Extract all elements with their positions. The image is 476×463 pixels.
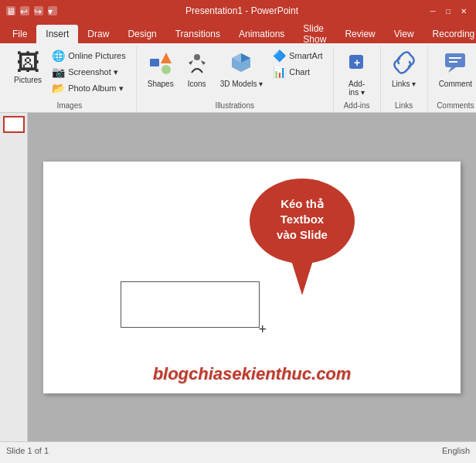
svg-text:Kéo thả: Kéo thả — [280, 197, 324, 210]
photo-album-label: Photo Album ▾ — [68, 83, 123, 94]
quick-access-toolbar[interactable]: 🖥 ↩ ↪ ▾ — [6, 6, 57, 15]
comment-icon — [444, 51, 467, 78]
app-body: Kéo thả Textbox vào Slide + blogchiaseki… — [0, 113, 476, 441]
ribbon-group-images: 🖼 Pictures 🌐 Online Pictures 📷 Screensho… — [3, 46, 137, 112]
tab-file[interactable]: File — [3, 25, 36, 43]
addins-icon: + — [345, 51, 369, 78]
chart-button[interactable]: 📊 Chart — [269, 64, 326, 80]
svg-text:+: + — [354, 56, 360, 69]
redo-icon[interactable]: ↪ — [34, 6, 43, 15]
tab-draw[interactable]: Draw — [78, 25, 118, 43]
title-bar: 🖥 ↩ ↪ ▾ Presentation1 - PowerPoint ─ □ ✕ — [0, 0, 476, 22]
tab-recording[interactable]: Recording — [423, 25, 476, 43]
svg-rect-9 — [445, 53, 465, 67]
main-canvas: Kéo thả Textbox vào Slide + blogchiaseki… — [28, 113, 476, 441]
images-group-label: Images — [56, 100, 82, 112]
comments-group-label: Comments — [437, 100, 474, 112]
pictures-label: Pictures — [14, 76, 42, 84]
ribbon-tabs: File Insert Draw Design Transitions Anim… — [0, 22, 476, 43]
tab-animations[interactable]: Animations — [230, 25, 294, 43]
tab-design[interactable]: Design — [118, 25, 165, 43]
speech-bubble-container: Kéo thả Textbox vào Slide — [244, 173, 360, 304]
images-items: 🖼 Pictures 🌐 Online Pictures 📷 Screensho… — [9, 48, 130, 96]
minimize-icon[interactable]: ─ — [427, 5, 439, 17]
online-pictures-button[interactable]: 🌐 Online Pictures — [48, 48, 130, 63]
undo-icon[interactable]: ↩ — [20, 6, 29, 15]
addins-label: Add-ins ▾ — [348, 80, 365, 97]
speech-bubble-svg: Kéo thả Textbox vào Slide — [244, 173, 360, 301]
pictures-icon: 🖼 — [16, 51, 39, 74]
photo-album-button[interactable]: 📂 Photo Album ▾ — [48, 80, 130, 96]
svg-text:Textbox: Textbox — [280, 213, 325, 226]
window-title: Presentation1 - PowerPoint — [57, 5, 427, 16]
svg-marker-1 — [161, 53, 172, 63]
smartart-icon: 🔷 — [273, 49, 286, 62]
links-button[interactable]: Links ▾ — [387, 48, 421, 91]
links-items: Links ▾ — [387, 48, 421, 91]
ribbon-group-addins: + Add-ins ▾ Add-ins — [334, 46, 381, 112]
tab-view[interactable]: View — [385, 25, 423, 43]
links-icon — [393, 51, 416, 78]
comment-label: Comment — [439, 80, 472, 88]
status-bar: Slide 1 of 1 English — [0, 441, 476, 458]
addins-items: + Add-ins ▾ — [340, 48, 374, 100]
tab-insert[interactable]: Insert — [36, 25, 78, 43]
addins-group-label: Add-ins — [344, 100, 370, 112]
ribbon-group-links: Links ▾ Links — [381, 46, 428, 112]
screenshot-button[interactable]: 📷 Screenshot ▾ — [48, 64, 130, 80]
comments-items: Comment — [434, 48, 476, 91]
shapes-label: Shapes — [148, 80, 174, 88]
tab-slideshow[interactable]: Slide Show — [294, 25, 335, 43]
online-pictures-icon: 🌐 — [52, 49, 65, 62]
3d-models-button[interactable]: 3D Models ▾ — [216, 48, 268, 91]
shapes-button[interactable]: Shapes — [143, 48, 178, 91]
smartart-label: SmartArt — [289, 51, 322, 60]
slide-canvas[interactable]: Kéo thả Textbox vào Slide + blogchiaseki… — [43, 162, 461, 393]
3d-models-label: 3D Models ▾ — [220, 80, 264, 88]
links-group-label: Links — [395, 100, 413, 112]
icons-icon — [185, 51, 209, 78]
window-controls[interactable]: ─ □ ✕ — [427, 5, 470, 17]
smartart-button[interactable]: 🔷 SmartArt — [269, 48, 326, 63]
illustrations-col: 🔷 SmartArt 📊 Chart — [269, 48, 326, 80]
maximize-icon[interactable]: □ — [442, 5, 454, 17]
svg-marker-20 — [291, 258, 314, 295]
watermark: blogchiasekienthuc.com — [153, 364, 352, 384]
close-icon[interactable]: ✕ — [457, 5, 470, 17]
ribbon-group-illustrations: Shapes Icons — [137, 46, 334, 112]
chart-icon: 📊 — [273, 66, 286, 78]
shapes-icon — [149, 51, 172, 78]
icons-button[interactable]: Icons — [180, 48, 214, 91]
textbox-drawn: + — [121, 281, 260, 328]
ribbon-group-comments: Comment Comments — [428, 46, 476, 112]
screenshot-icon: 📷 — [52, 66, 65, 78]
comment-button[interactable]: Comment — [434, 48, 476, 91]
illustrations-items: Shapes Icons — [143, 48, 327, 91]
app-icon: 🖥 — [6, 6, 15, 15]
chart-label: Chart — [289, 67, 310, 77]
3d-models-icon — [230, 51, 253, 78]
svg-text:vào Slide: vào Slide — [277, 228, 328, 241]
ribbon: 🖼 Pictures 🌐 Online Pictures 📷 Screensho… — [0, 43, 476, 113]
links-label: Links ▾ — [392, 80, 416, 88]
addins-button[interactable]: + Add-ins ▾ — [340, 48, 374, 100]
photo-album-icon: 📂 — [52, 82, 65, 94]
svg-rect-0 — [150, 59, 159, 66]
slide-status: Slide 1 of 1 — [6, 446, 49, 455]
svg-point-2 — [162, 65, 171, 74]
language-status: English — [442, 446, 470, 455]
svg-marker-10 — [448, 67, 456, 73]
pictures-button[interactable]: 🖼 Pictures — [9, 48, 46, 87]
customize-icon[interactable]: ▾ — [48, 6, 57, 15]
cursor-cross: + — [258, 322, 267, 338]
svg-point-3 — [194, 54, 200, 60]
images-col: 🌐 Online Pictures 📷 Screenshot ▾ 📂 Photo… — [48, 48, 130, 96]
icons-label: Icons — [188, 80, 206, 88]
illustrations-group-label: Illustrations — [215, 100, 254, 112]
slide-panel — [0, 113, 28, 441]
online-pictures-label: Online Pictures — [68, 51, 126, 60]
tab-transitions[interactable]: Transitions — [166, 25, 230, 43]
screenshot-label: Screenshot ▾ — [68, 67, 118, 77]
slide-thumbnail[interactable] — [3, 116, 25, 133]
tab-review[interactable]: Review — [335, 25, 384, 43]
